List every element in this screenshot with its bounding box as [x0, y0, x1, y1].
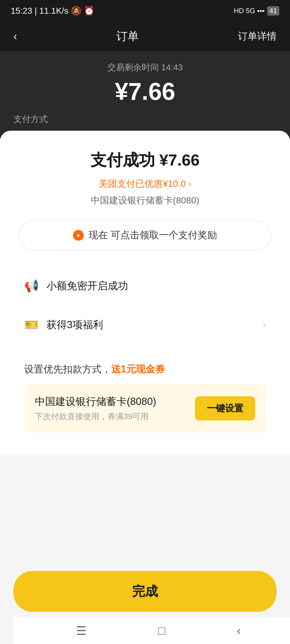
small-amount-text: 小额免密开启成功 [46, 279, 266, 293]
menu-icon[interactable]: ☰ [76, 624, 86, 638]
priority-title: 设置优先扣款方式，送1元现金券 [24, 363, 266, 376]
order-amount: ¥7.66 [13, 78, 277, 105]
priority-card-name: 中国建设银行储蓄卡(8080) [35, 395, 156, 408]
priority-card-sub: 下次付款直接使用，券满39可用 [35, 411, 156, 422]
bottom-nav: ☰ □ ‹ [13, 617, 290, 644]
notification-icon: 📢 [24, 279, 39, 293]
order-detail-link[interactable]: 订单详情 [238, 30, 277, 43]
hd-5g-icon: HD 5G ▪▪▪ [234, 7, 264, 15]
discount-row[interactable]: 美团支付已优惠¥10.0 › [13, 178, 277, 190]
success-card: 支付成功 ¥7.66 美团支付已优惠¥10.0 › 中国建设银行储蓄卡(8080… [0, 131, 290, 454]
status-bar: 15:23 | 11.1K/s 🔕 ⏰ HD 5G ▪▪▪ 41 [0, 0, 290, 21]
page-title: 订单 [116, 29, 139, 44]
top-nav: ‹ 订单 订单详情 [0, 21, 290, 51]
small-amount-item: 📢 小额免密开启成功 [13, 266, 277, 305]
benefits-arrow-icon: › [263, 319, 266, 330]
complete-button[interactable]: 完成 [13, 571, 277, 612]
one-click-set-button[interactable]: 一键设置 [195, 396, 255, 420]
priority-card: 中国建设银行储蓄卡(8080) 下次付款直接使用，券满39可用 一键设置 [24, 384, 266, 433]
battery-icon: 41 [267, 6, 279, 16]
benefits-item[interactable]: 🎫 获得3项福利 › [13, 305, 277, 344]
success-title: 支付成功 ¥7.66 [13, 149, 277, 171]
status-right: HD 5G ▪▪▪ 41 [234, 6, 279, 16]
reward-icon: ● [73, 230, 84, 241]
gift-icon: 🎫 [24, 318, 39, 332]
benefits-text: 获得3项福利 [46, 318, 255, 332]
priority-card-info: 中国建设银行储蓄卡(8080) 下次付款直接使用，券满39可用 [35, 395, 156, 422]
status-time-speed: 15:23 | 11.1K/s 🔕 ⏰ [11, 6, 95, 16]
back-nav-icon[interactable]: ‹ [237, 624, 241, 637]
back-button[interactable]: ‹ [13, 30, 17, 42]
payment-method-label: 支付方式 [13, 114, 277, 125]
reward-text: 现在 可点击领取一个支付奖励 [89, 229, 217, 242]
discount-text: 美团支付已优惠¥10.0 [99, 178, 186, 190]
order-timer: 交易剩余时间 14:43 [13, 62, 277, 74]
bank-card-info: 中国建设银行储蓄卡(8080) [13, 194, 277, 207]
content-area: 交易剩余时间 14:43 ¥7.66 支付方式 支付成功 ¥7.66 美团支付已… [0, 51, 290, 644]
home-icon[interactable]: □ [158, 624, 165, 637]
reward-button[interactable]: ● 现在 可点击领取一个支付奖励 [19, 220, 271, 250]
priority-section: 设置优先扣款方式，送1元现金券 中国建设银行储蓄卡(8080) 下次付款直接使用… [13, 352, 277, 433]
order-background: 交易剩余时间 14:43 ¥7.66 支付方式 [0, 51, 290, 139]
info-section: 📢 小额免密开启成功 🎫 获得3项福利 › [13, 266, 277, 344]
discount-arrow-icon: › [189, 179, 191, 188]
bottom-area: 完成 ☰ □ ‹ [0, 563, 290, 644]
